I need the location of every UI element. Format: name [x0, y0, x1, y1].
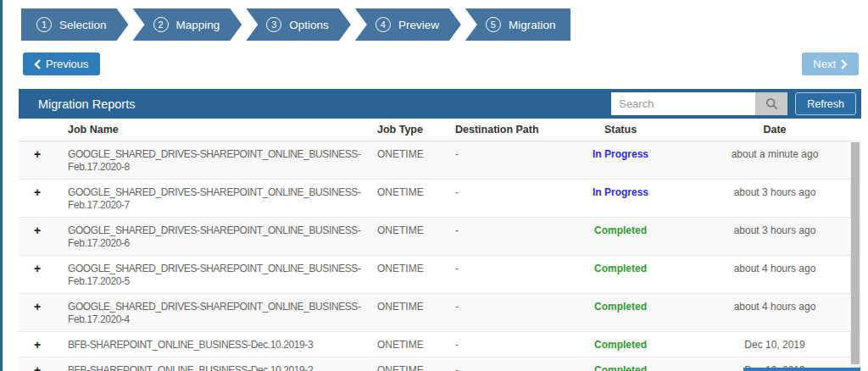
horizontal-scrollbar-thumb[interactable]: [743, 368, 860, 371]
expand-row-button[interactable]: +: [19, 294, 68, 332]
job-name-cell: GOOGLE_SHARED_DRIVES-SHAREPOINT_ONLINE_B…: [68, 294, 377, 332]
job-type-cell: ONETIME: [377, 357, 455, 371]
date-cell: about 4 hours ago: [688, 256, 861, 294]
job-name-cell: BFB-SHAREPOINT_ONLINE_BUSINESS-Dec.10.20…: [68, 332, 377, 357]
job-type-cell: ONETIME: [377, 332, 455, 357]
expand-row-button[interactable]: +: [19, 141, 68, 180]
destination-path-cell: -: [455, 141, 553, 180]
expand-row-button[interactable]: +: [19, 180, 68, 218]
job-type-cell: ONETIME: [377, 180, 455, 218]
column-header-date[interactable]: Date: [688, 119, 861, 141]
status-cell: In Progress: [553, 180, 688, 218]
destination-path-cell: -: [455, 357, 553, 371]
column-header-job-type[interactable]: Job Type: [377, 119, 455, 141]
window-left-border: [0, 0, 3, 371]
table-row: +BFB-SHAREPOINT_ONLINE_BUSINESS-Dec.10.2…: [19, 357, 861, 371]
previous-button-label: Previous: [46, 58, 89, 70]
destination-path-cell: -: [455, 256, 553, 294]
status-cell: Completed: [553, 357, 688, 371]
step-migration[interactable]: 5 Migration: [465, 8, 571, 41]
step-label: Mapping: [176, 19, 220, 31]
date-cell: about 4 hours ago: [688, 294, 861, 332]
report-panel-header: Migration Reports Refresh: [19, 89, 861, 119]
job-name-cell: GOOGLE_SHARED_DRIVES-SHAREPOINT_ONLINE_B…: [68, 141, 377, 180]
job-type-cell: ONETIME: [377, 256, 455, 294]
refresh-button[interactable]: Refresh: [795, 92, 856, 115]
destination-path-cell: -: [455, 180, 553, 218]
step-label: Preview: [398, 19, 439, 31]
job-type-cell: ONETIME: [377, 294, 455, 332]
migration-reports-panel: Migration Reports Refresh Job Name Job T…: [19, 89, 861, 371]
vertical-scrollbar[interactable]: [850, 141, 860, 369]
destination-path-cell: -: [455, 294, 553, 332]
step-number-badge: 5: [486, 17, 501, 32]
step-number-badge: 4: [376, 17, 391, 32]
search-input[interactable]: [611, 92, 755, 115]
next-button-label: Next: [813, 58, 836, 70]
next-button[interactable]: Next: [802, 53, 859, 75]
chevron-right-icon: [841, 59, 848, 69]
expand-row-button[interactable]: +: [19, 332, 68, 357]
step-number-badge: 3: [266, 17, 281, 32]
step-mapping[interactable]: 2 Mapping: [133, 8, 242, 41]
job-name-cell: GOOGLE_SHARED_DRIVES-SHAREPOINT_ONLINE_B…: [68, 218, 377, 256]
table-row: +GOOGLE_SHARED_DRIVES-SHAREPOINT_ONLINE_…: [19, 180, 861, 218]
status-cell: Completed: [553, 218, 688, 256]
step-number-badge: 1: [36, 17, 52, 32]
table-row: +GOOGLE_SHARED_DRIVES-SHAREPOINT_ONLINE_…: [19, 218, 861, 256]
column-header-job-name[interactable]: Job Name: [68, 119, 377, 141]
date-cell: Dec 10, 2019: [688, 332, 861, 357]
date-cell: about 3 hours ago: [688, 218, 861, 256]
step-label: Options: [289, 19, 329, 31]
table-header-row: Job Name Job Type Destination Path Statu…: [19, 119, 861, 141]
destination-path-cell: -: [455, 332, 553, 357]
expand-row-button[interactable]: +: [19, 357, 68, 371]
job-name-cell: GOOGLE_SHARED_DRIVES-SHAREPOINT_ONLINE_B…: [68, 180, 377, 218]
search-button[interactable]: [755, 92, 787, 115]
expand-row-button[interactable]: +: [19, 218, 68, 256]
migration-reports-table: Job Name Job Type Destination Path Statu…: [19, 119, 861, 371]
expand-row-button[interactable]: +: [19, 256, 68, 294]
job-name-cell: BFB-SHAREPOINT_ONLINE_BUSINESS-Dec.10.20…: [68, 357, 377, 371]
step-number-badge: 2: [153, 17, 169, 32]
table-row: +GOOGLE_SHARED_DRIVES-SHAREPOINT_ONLINE_…: [19, 294, 861, 332]
table-row: +GOOGLE_SHARED_DRIVES-SHAREPOINT_ONLINE_…: [19, 141, 861, 180]
vertical-scrollbar-thumb[interactable]: [851, 142, 860, 364]
date-cell: about a minute ago: [688, 141, 861, 180]
status-cell: Completed: [553, 294, 688, 332]
panel-title: Migration Reports: [38, 97, 611, 111]
table-row: +BFB-SHAREPOINT_ONLINE_BUSINESS-Dec.10.2…: [19, 332, 861, 357]
status-cell: In Progress: [553, 141, 688, 180]
job-type-cell: ONETIME: [377, 218, 455, 256]
job-type-cell: ONETIME: [377, 141, 455, 180]
search-icon: [765, 97, 778, 110]
step-label: Migration: [509, 19, 556, 31]
destination-path-cell: -: [455, 218, 553, 256]
wizard-stepper: 1 Selection 2 Mapping 3 Options 4 Previe…: [21, 8, 575, 41]
step-label: Selection: [59, 19, 107, 31]
column-header-destination-path[interactable]: Destination Path: [455, 119, 553, 141]
table-row: +GOOGLE_SHARED_DRIVES-SHAREPOINT_ONLINE_…: [19, 256, 861, 294]
chevron-left-icon: [34, 59, 41, 69]
expander-column-header: [19, 119, 68, 141]
status-cell: Completed: [553, 256, 688, 294]
step-options[interactable]: 3 Options: [246, 8, 351, 41]
date-cell: about 3 hours ago: [688, 180, 861, 218]
status-cell: Completed: [553, 332, 688, 357]
column-header-status[interactable]: Status: [553, 119, 688, 141]
previous-button[interactable]: Previous: [23, 53, 100, 75]
step-preview[interactable]: 4 Preview: [355, 8, 461, 41]
job-name-cell: GOOGLE_SHARED_DRIVES-SHAREPOINT_ONLINE_B…: [68, 256, 377, 294]
step-selection[interactable]: 1 Selection: [21, 8, 129, 41]
